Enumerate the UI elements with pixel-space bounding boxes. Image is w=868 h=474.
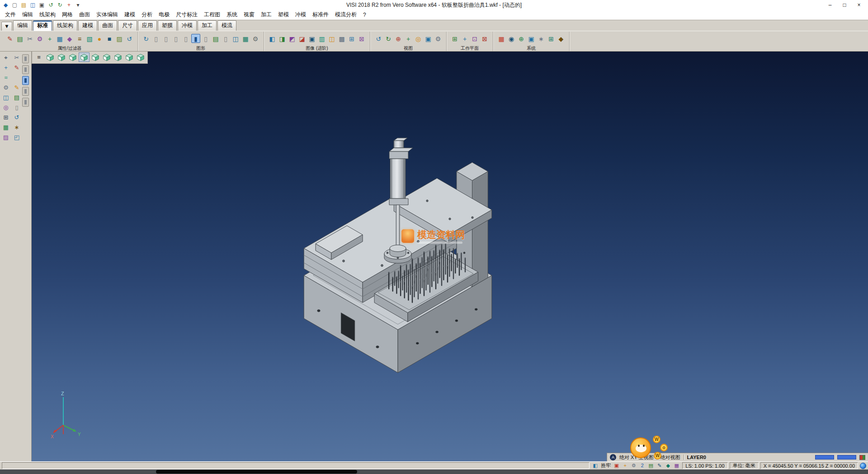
taskbar-pill[interactable] [156,470,357,474]
toolbar-icon-1-3[interactable]: ▯ [171,34,180,43]
toolbar-icon-1-10[interactable]: ▦ [241,34,250,43]
status-icon-0[interactable]: ▣ [613,462,620,469]
menu-item-7[interactable]: 分析 [138,10,156,19]
viewcube-button-7[interactable] [124,52,135,62]
tab-9[interactable]: 加工 [198,20,217,31]
toolbar-icon-2-6[interactable]: ◫ [327,34,336,43]
menu-item-16[interactable]: 标准件 [309,10,332,19]
toolbar-icon-2-4[interactable]: ▣ [307,34,316,43]
toolbar-icon-1-8[interactable]: ▯ [221,34,230,43]
ministrip-button-0[interactable] [22,54,29,63]
sidebar-icon-17[interactable]: ◰ [12,133,22,142]
toolbar-icon-0-2[interactable]: ✂ [25,34,34,43]
workplane-cube-icon[interactable]: ◧ [591,462,599,469]
toolbar-icon-4-2[interactable]: ⊡ [470,34,479,43]
toolbar-icon-1-1[interactable]: ▯ [151,34,160,43]
toolbar-icon-1-7[interactable]: ▤ [211,34,220,43]
viewcube-button-2[interactable] [67,52,78,62]
cad-model-view[interactable] [269,108,527,402]
toolbar-icon-2-5[interactable]: ▥ [317,34,326,43]
layer-indicator[interactable]: LAYER0 [687,455,706,460]
ministrip-button-2[interactable] [22,76,29,85]
viewcube-button-8[interactable] [135,52,146,62]
toolbar-icon-2-7[interactable]: ▩ [337,34,346,43]
toolbar-icon-0-3[interactable]: ⚙ [35,34,44,43]
tab-7[interactable]: 塑膜 [158,20,177,31]
tab-8[interactable]: 冲模 [178,20,197,31]
print-icon[interactable]: ▣ [38,1,46,9]
sidebar-icon-6[interactable]: ⚙ [1,83,11,92]
toolbar-icon-2-1[interactable]: ◨ [278,34,287,43]
tab-3[interactable]: 建模 [78,20,97,31]
toolbar-icon-0-6[interactable]: ◆ [65,34,74,43]
viewport-3d[interactable]: ≡ [32,52,868,461]
sidebar-icon-11[interactable]: ▯ [12,103,22,112]
menu-item-18[interactable]: ? [360,11,369,19]
toolbar-icon-0-11[interactable]: ▨ [115,34,124,43]
ministrip-button-3[interactable] [22,87,29,96]
menu-item-0[interactable]: 文件 [2,10,19,19]
viewcube-button-0[interactable] [45,52,56,62]
menu-item-1[interactable]: 编辑 [19,10,36,19]
status-icon-7[interactable]: ▦ [673,462,680,469]
menu-item-17[interactable]: 模流分析 [332,10,360,19]
sidebar-icon-8[interactable]: ◫ [1,93,11,102]
toolbar-icon-5-1[interactable]: ◉ [507,34,516,43]
open-file-icon[interactable]: ▤ [20,1,28,9]
toolbar-icon-5-0[interactable]: ▦ [497,34,506,43]
add-icon[interactable]: + [65,1,73,9]
sidebar-icon-14[interactable]: ▦ [1,123,11,132]
toolbar-icon-1-9[interactable]: ◫ [231,34,240,43]
viewcube-button-3[interactable] [79,52,90,62]
tab-1[interactable]: 标准 [33,20,52,31]
menu-item-12[interactable]: 视窗 [241,10,258,19]
menu-item-2[interactable]: 线架构 [36,10,59,19]
toolbar-icon-1-0[interactable]: ↻ [142,34,151,43]
toolbar-icon-4-3[interactable]: ⊠ [480,34,489,43]
toolbar-icon-0-0[interactable]: ✎ [5,34,14,43]
sidebar-icon-2[interactable]: + [1,63,11,72]
toolbar-icon-0-1[interactable]: ▤ [15,34,24,43]
lock-toggle[interactable]: 拴牢 [601,462,611,469]
ministrip-button-4[interactable] [22,98,29,107]
view-menu-button[interactable]: ≡ [33,52,44,62]
sidebar-icon-16[interactable]: ▨ [1,133,11,142]
globe-icon[interactable] [860,463,866,469]
toolbar-icon-1-4[interactable]: ▯ [181,34,190,43]
new-file-icon[interactable]: ▢ [11,1,19,9]
menu-item-13[interactable]: 加工 [258,10,275,19]
toolbar-icon-1-2[interactable]: ▯ [161,34,170,43]
menu-item-3[interactable]: 网格 [59,10,76,19]
toolbar-icon-3-5[interactable]: ▣ [424,34,433,43]
toolbar-icon-2-8[interactable]: ⊞ [347,34,356,43]
toolbar-icon-5-4[interactable]: ∗ [537,34,546,43]
toolbar-icon-3-2[interactable]: ⊕ [394,34,403,43]
menu-item-15[interactable]: 冲模 [292,10,309,19]
minimize-button[interactable]: – [823,0,837,9]
sidebar-icon-1[interactable]: ✂ [12,53,22,62]
toolbar-icon-3-1[interactable]: ↻ [384,34,393,43]
menu-item-14[interactable]: 塑模 [275,10,292,19]
toolbar-icon-1-11[interactable]: ⚙ [251,34,260,43]
toolbar-icon-0-8[interactable]: ▧ [85,34,94,43]
tab-6[interactable]: 应用 [138,20,157,31]
app-icon[interactable]: ◆ [2,1,9,9]
menu-item-11[interactable]: 系统 [223,10,241,19]
menu-item-5[interactable]: 实体编辑 [93,10,121,19]
toolbar-icon-2-9[interactable]: ⊠ [357,34,366,43]
toolbar-icon-0-7[interactable]: ≡ [75,34,84,43]
sidebar-icon-12[interactable]: ⊞ [1,113,11,122]
toolbar-icon-4-0[interactable]: ⊞ [450,34,459,43]
save-icon[interactable]: ◫ [29,1,37,9]
viewcube-button-1[interactable] [56,52,67,62]
toolbar-icon-3-4[interactable]: ◎ [414,34,423,43]
toolbar-icon-1-5[interactable]: ▮ [191,34,200,43]
quickaccess-more-icon[interactable]: ▾ [74,1,82,9]
tab-4[interactable]: 曲面 [98,20,117,31]
viewcube-button-6[interactable] [113,52,123,62]
menu-item-10[interactable]: 工程图 [201,10,223,19]
menu-item-6[interactable]: 建模 [121,10,138,19]
toolbar-icon-4-1[interactable]: + [460,34,469,43]
tab-0[interactable]: 编辑 [13,20,32,31]
toolbar-icon-0-4[interactable]: + [45,34,54,43]
